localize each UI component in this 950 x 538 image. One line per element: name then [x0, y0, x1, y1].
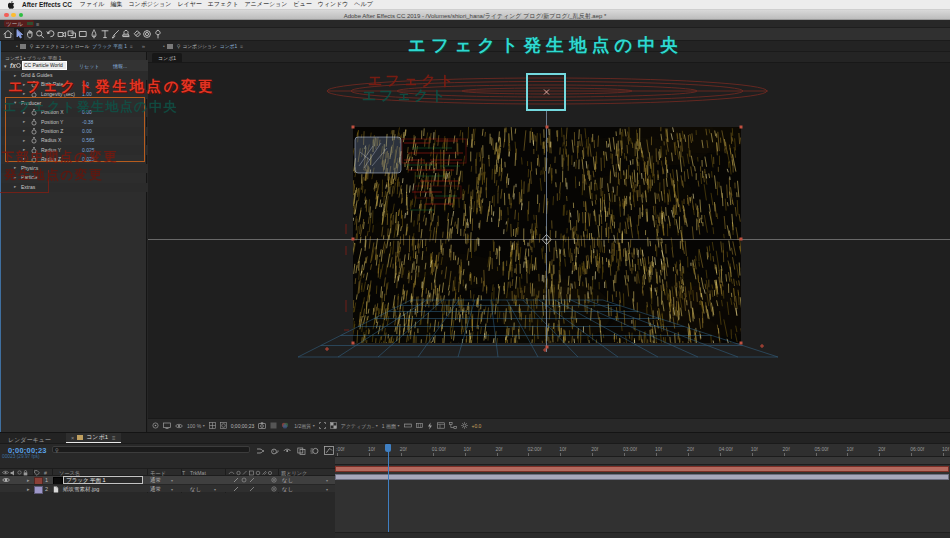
effect-enabled-icon[interactable]	[16, 63, 21, 68]
ruler-icon[interactable]	[404, 422, 412, 429]
adjust-exposure-icon[interactable]	[461, 422, 468, 429]
layer-2-duration-bar[interactable]	[335, 474, 949, 481]
menu-edit[interactable]: 編集	[110, 0, 122, 9]
zoom-tool[interactable]	[35, 28, 46, 40]
preview-timecode[interactable]: 0;00;00;23	[231, 423, 255, 429]
menu-window[interactable]: ウィンドウ	[318, 0, 349, 9]
brush-tool[interactable]	[110, 28, 121, 40]
zoom-level-select[interactable]: 100 %▾	[187, 423, 205, 429]
menu-help[interactable]: ヘルプ	[354, 0, 372, 9]
effect-row-grid-guides[interactable]: ▸Grid & Guides	[1, 71, 148, 80]
fx-badge-icon[interactable]: fx	[10, 62, 16, 69]
composition-panel-header[interactable]: • ⚲ コンポジション コンポ1 ≡	[148, 41, 950, 52]
selection-tool[interactable]	[14, 28, 25, 40]
layer-visibility-toggle[interactable]	[2, 477, 10, 484]
menu-app-name[interactable]: After Effects CC	[22, 1, 72, 8]
property-value[interactable]: 2.0	[82, 81, 89, 87]
parent-pickwhip-icon[interactable]	[271, 486, 277, 493]
menu-view[interactable]: ビュー	[293, 0, 311, 9]
menu-composition[interactable]: コンポジション	[128, 0, 171, 9]
exposure-value[interactable]: +0.0	[472, 423, 482, 429]
menu-animation[interactable]: アニメーション	[245, 0, 288, 9]
shape-tool[interactable]	[78, 28, 89, 40]
timeline-ruler[interactable]: :00f10f20f01:00f10f20f02:00f10f20f03:00f…	[335, 444, 950, 457]
layer-mode-select[interactable]: 通常	[150, 486, 161, 493]
composition-viewer[interactable]	[148, 63, 950, 418]
playhead-handle[interactable]	[385, 444, 391, 452]
layer-parent-select[interactable]: なし	[282, 477, 293, 484]
layer-twirl-icon[interactable]: ▸	[27, 486, 30, 492]
work-area-bar[interactable]	[335, 457, 950, 465]
twirl-right-icon[interactable]: ▸	[23, 91, 25, 96]
twirl-down-icon[interactable]: ▾	[4, 63, 7, 69]
panel-menu-icon[interactable]: ≡	[240, 44, 243, 49]
menu-layer[interactable]: レイヤー	[177, 0, 201, 9]
panel-lock-icon[interactable]: ⚲	[177, 43, 181, 49]
twirl-right-icon[interactable]: ▸	[23, 82, 25, 87]
effect-row-birth-rate[interactable]: 2.0▸Birth Rate	[1, 80, 148, 89]
mask-visibility-icon[interactable]	[220, 422, 227, 429]
snapshot-icon[interactable]	[258, 422, 266, 429]
home-tool[interactable]	[3, 28, 14, 40]
shy-layers-icon[interactable]	[283, 441, 292, 459]
show-snapshot-icon[interactable]	[270, 422, 277, 429]
hand-tool[interactable]	[24, 28, 35, 40]
reset-effect-link[interactable]: リセット	[79, 63, 99, 69]
monitor-icon[interactable]	[163, 422, 171, 429]
timeline-search-input[interactable]: ⚲	[52, 446, 250, 454]
always-preview-icon[interactable]	[152, 422, 159, 429]
layer-switches[interactable]	[233, 477, 255, 484]
layer-switches[interactable]	[233, 486, 255, 493]
layout-select[interactable]: 1 画面▾	[382, 423, 400, 429]
twirl-right-icon[interactable]: ▸	[14, 73, 16, 78]
panel-menu-icon[interactable]: ≡	[36, 21, 39, 27]
region-of-interest-icon[interactable]	[319, 422, 326, 429]
draft-3d-icon[interactable]	[270, 441, 279, 459]
timeline-button-icon[interactable]	[437, 422, 445, 429]
effect-point-box[interactable]	[527, 74, 565, 110]
property-value[interactable]: 1.00	[82, 91, 92, 97]
channels-icon[interactable]	[281, 422, 290, 429]
effect-header-row[interactable]: ▾ fx CC Particle World リセット 情報...	[1, 60, 148, 71]
panel-menu-icon[interactable]: ≡	[130, 44, 133, 49]
layer-row-2[interactable]: ▸2紙吹雪素材.jpg通常▾なし▾なし▾	[0, 484, 335, 492]
layer-trkmat-select[interactable]: なし	[190, 486, 201, 493]
frame-blend-icon[interactable]	[297, 441, 306, 459]
graph-editor-icon[interactable]	[324, 441, 334, 459]
parent-pickwhip-icon[interactable]	[271, 477, 277, 484]
mini-flowchart-icon[interactable]	[256, 441, 265, 459]
layer-row-1[interactable]: ▸1ブラック 平面 1通常▾なし▾	[0, 476, 335, 484]
panel-lock-icon[interactable]: ⚲	[30, 43, 34, 49]
composition-panel-title[interactable]: コンポジション	[182, 43, 216, 49]
layer-name[interactable]: 紙吹雪素材.jpg	[63, 486, 99, 493]
pixel-aspect-icon[interactable]	[416, 422, 423, 429]
eye-icon[interactable]	[175, 423, 183, 429]
grid-guides-icon[interactable]	[209, 422, 216, 429]
menu-file[interactable]: ファイル	[80, 0, 105, 9]
layer-mode-select[interactable]: 通常	[150, 477, 161, 484]
panel-menu-icon[interactable]: ≡	[112, 435, 116, 441]
menu-effect[interactable]: エフェクト	[208, 0, 239, 9]
about-effect-link[interactable]: 情報...	[113, 63, 127, 69]
layer-parent-select[interactable]: なし	[282, 486, 293, 493]
panel-overflow-icon[interactable]: »	[142, 43, 145, 49]
camera-tool[interactable]	[56, 28, 67, 40]
rotate-tool[interactable]	[46, 28, 57, 40]
layer-label-chip[interactable]	[34, 486, 43, 494]
effect-controls-title[interactable]: エフェクトコントロール	[35, 43, 89, 49]
roto-brush-tool[interactable]	[142, 28, 153, 40]
apple-icon[interactable]	[8, 1, 15, 9]
resolution-select[interactable]: 1/2画質▾	[294, 423, 314, 429]
fast-preview-icon[interactable]	[427, 422, 433, 430]
pan-behind-tool[interactable]	[67, 28, 78, 40]
effect-name-input[interactable]: CC Particle World	[22, 61, 67, 70]
layer-1-duration-bar[interactable]	[335, 466, 949, 473]
tab-comp1[interactable]: × コンポ1 ≡	[66, 433, 121, 443]
close-tab-icon[interactable]: ×	[71, 435, 74, 441]
flowchart-icon[interactable]	[449, 422, 457, 429]
view-select[interactable]: アクティブカ..▾	[341, 423, 378, 429]
clone-stamp-tool[interactable]	[121, 28, 132, 40]
transparency-grid-icon[interactable]	[330, 422, 337, 429]
stopwatch-icon[interactable]	[31, 81, 37, 89]
effect-controls-panel-header[interactable]: • ⚲ エフェクトコントロール ブラック 平面 1 ≡ »	[1, 41, 148, 52]
